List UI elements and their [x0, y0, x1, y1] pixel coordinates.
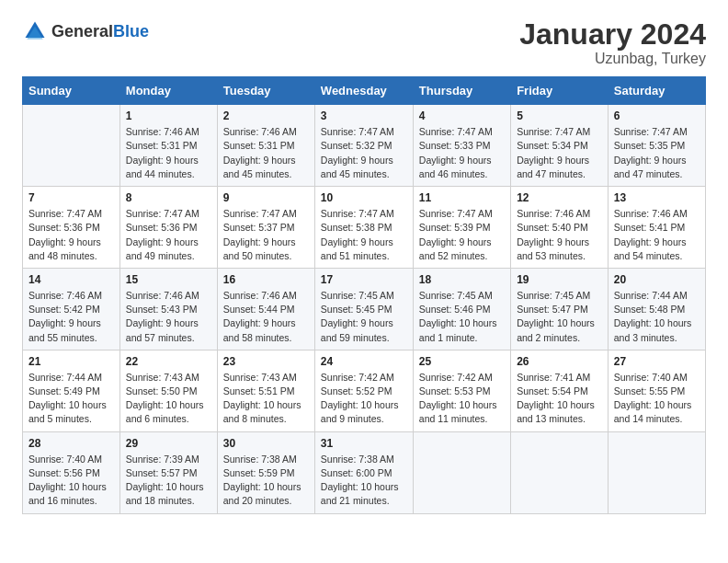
day-info: Sunrise: 7:44 AMSunset: 5:49 PMDaylight:…	[28, 371, 114, 427]
calendar-cell: 16Sunrise: 7:46 AMSunset: 5:44 PMDayligh…	[217, 268, 314, 350]
day-number: 31	[321, 437, 407, 450]
calendar-cell: 25Sunrise: 7:42 AMSunset: 5:53 PMDayligh…	[413, 350, 510, 431]
calendar-cell: 29Sunrise: 7:39 AMSunset: 5:57 PMDayligh…	[119, 431, 217, 513]
title-block: January 2024 Uzunbag, Turkey	[519, 18, 706, 67]
day-info: Sunrise: 7:40 AMSunset: 5:55 PMDaylight:…	[614, 371, 700, 427]
day-info: Sunrise: 7:47 AMSunset: 5:34 PMDaylight:…	[517, 125, 602, 181]
weekday-header-friday: Friday	[511, 77, 609, 105]
calendar-cell: 24Sunrise: 7:42 AMSunset: 5:52 PMDayligh…	[314, 350, 413, 431]
weekday-header-wednesday: Wednesday	[314, 77, 413, 105]
calendar-cell: 17Sunrise: 7:45 AMSunset: 5:45 PMDayligh…	[314, 268, 413, 350]
day-number: 18	[419, 273, 505, 286]
calendar-cell: 22Sunrise: 7:43 AMSunset: 5:50 PMDayligh…	[119, 350, 217, 431]
day-info: Sunrise: 7:46 AMSunset: 5:42 PMDaylight:…	[28, 289, 114, 345]
day-info: Sunrise: 7:46 AMSunset: 5:31 PMDaylight:…	[126, 125, 211, 181]
day-number: 4	[419, 109, 505, 122]
calendar-cell: 9Sunrise: 7:47 AMSunset: 5:37 PMDaylight…	[217, 187, 314, 269]
calendar-cell: 11Sunrise: 7:47 AMSunset: 5:39 PMDayligh…	[413, 187, 510, 269]
logo: GeneralBlue	[22, 18, 149, 44]
calendar-cell	[23, 105, 120, 187]
day-info: Sunrise: 7:43 AMSunset: 5:50 PMDaylight:…	[126, 371, 211, 427]
weekday-header-thursday: Thursday	[413, 77, 510, 105]
logo-icon	[22, 18, 48, 44]
calendar-cell: 4Sunrise: 7:47 AMSunset: 5:33 PMDaylight…	[413, 105, 510, 187]
weekday-header-monday: Monday	[119, 77, 217, 105]
calendar-table: SundayMondayTuesdayWednesdayThursdayFrid…	[22, 76, 706, 513]
calendar-cell	[511, 431, 609, 513]
day-number: 16	[223, 273, 309, 286]
calendar-cell: 23Sunrise: 7:43 AMSunset: 5:51 PMDayligh…	[217, 350, 314, 431]
day-number: 27	[614, 355, 700, 368]
header: GeneralBlue January 2024 Uzunbag, Turkey	[22, 18, 706, 67]
calendar-cell: 8Sunrise: 7:47 AMSunset: 5:36 PMDaylight…	[119, 187, 217, 269]
calendar-cell: 15Sunrise: 7:46 AMSunset: 5:43 PMDayligh…	[119, 268, 217, 350]
calendar-week-row: 14Sunrise: 7:46 AMSunset: 5:42 PMDayligh…	[23, 268, 706, 350]
calendar-cell: 2Sunrise: 7:46 AMSunset: 5:31 PMDaylight…	[217, 105, 314, 187]
day-number: 6	[614, 109, 700, 122]
day-number: 13	[614, 191, 700, 204]
day-info: Sunrise: 7:46 AMSunset: 5:31 PMDaylight:…	[223, 125, 309, 181]
day-info: Sunrise: 7:47 AMSunset: 5:36 PMDaylight:…	[126, 207, 211, 263]
calendar-cell: 6Sunrise: 7:47 AMSunset: 5:35 PMDaylight…	[608, 105, 705, 187]
calendar-week-row: 1Sunrise: 7:46 AMSunset: 5:31 PMDaylight…	[23, 105, 706, 187]
day-info: Sunrise: 7:46 AMSunset: 5:40 PMDaylight:…	[517, 207, 602, 263]
day-number: 21	[28, 355, 114, 368]
day-number: 26	[517, 355, 602, 368]
day-info: Sunrise: 7:47 AMSunset: 5:35 PMDaylight:…	[614, 125, 700, 181]
day-info: Sunrise: 7:47 AMSunset: 5:37 PMDaylight:…	[223, 207, 309, 263]
day-number: 25	[419, 355, 505, 368]
calendar-cell: 14Sunrise: 7:46 AMSunset: 5:42 PMDayligh…	[23, 268, 120, 350]
calendar-cell: 10Sunrise: 7:47 AMSunset: 5:38 PMDayligh…	[314, 187, 413, 269]
calendar-cell: 31Sunrise: 7:38 AMSunset: 6:00 PMDayligh…	[314, 431, 413, 513]
day-number: 11	[419, 191, 505, 204]
logo-text-general: General	[51, 22, 113, 40]
calendar-cell: 5Sunrise: 7:47 AMSunset: 5:34 PMDaylight…	[511, 105, 609, 187]
day-info: Sunrise: 7:38 AMSunset: 5:59 PMDaylight:…	[223, 453, 309, 509]
day-info: Sunrise: 7:38 AMSunset: 6:00 PMDaylight:…	[321, 453, 407, 509]
day-info: Sunrise: 7:44 AMSunset: 5:48 PMDaylight:…	[614, 289, 700, 345]
calendar-cell: 3Sunrise: 7:47 AMSunset: 5:32 PMDaylight…	[314, 105, 413, 187]
calendar-cell: 27Sunrise: 7:40 AMSunset: 5:55 PMDayligh…	[608, 350, 705, 431]
calendar-cell: 13Sunrise: 7:46 AMSunset: 5:41 PMDayligh…	[608, 187, 705, 269]
day-number: 9	[223, 191, 309, 204]
day-number: 28	[28, 437, 114, 450]
day-number: 22	[126, 355, 211, 368]
calendar-cell: 18Sunrise: 7:45 AMSunset: 5:46 PMDayligh…	[413, 268, 510, 350]
day-info: Sunrise: 7:46 AMSunset: 5:41 PMDaylight:…	[614, 207, 700, 263]
day-info: Sunrise: 7:47 AMSunset: 5:39 PMDaylight:…	[419, 207, 505, 263]
day-info: Sunrise: 7:46 AMSunset: 5:44 PMDaylight:…	[223, 289, 309, 345]
weekday-header-sunday: Sunday	[23, 77, 120, 105]
day-number: 15	[126, 273, 211, 286]
day-info: Sunrise: 7:43 AMSunset: 5:51 PMDaylight:…	[223, 371, 309, 427]
day-info: Sunrise: 7:45 AMSunset: 5:45 PMDaylight:…	[321, 289, 407, 345]
calendar-cell: 21Sunrise: 7:44 AMSunset: 5:49 PMDayligh…	[23, 350, 120, 431]
calendar-cell: 12Sunrise: 7:46 AMSunset: 5:40 PMDayligh…	[511, 187, 609, 269]
page-subtitle: Uzunbag, Turkey	[519, 51, 706, 67]
day-number: 12	[517, 191, 602, 204]
day-number: 10	[321, 191, 407, 204]
day-number: 20	[614, 273, 700, 286]
calendar-week-row: 7Sunrise: 7:47 AMSunset: 5:36 PMDaylight…	[23, 187, 706, 269]
weekday-header-row: SundayMondayTuesdayWednesdayThursdayFrid…	[23, 77, 706, 105]
day-number: 17	[321, 273, 407, 286]
calendar-cell: 26Sunrise: 7:41 AMSunset: 5:54 PMDayligh…	[511, 350, 609, 431]
day-number: 23	[223, 355, 309, 368]
calendar-cell: 19Sunrise: 7:45 AMSunset: 5:47 PMDayligh…	[511, 268, 609, 350]
calendar-week-row: 21Sunrise: 7:44 AMSunset: 5:49 PMDayligh…	[23, 350, 706, 431]
day-info: Sunrise: 7:46 AMSunset: 5:43 PMDaylight:…	[126, 289, 211, 345]
logo-text-blue: Blue	[113, 22, 149, 40]
day-info: Sunrise: 7:42 AMSunset: 5:53 PMDaylight:…	[419, 371, 505, 427]
calendar-cell	[608, 431, 705, 513]
day-info: Sunrise: 7:39 AMSunset: 5:57 PMDaylight:…	[126, 453, 211, 509]
day-number: 2	[223, 109, 309, 122]
calendar-cell: 28Sunrise: 7:40 AMSunset: 5:56 PMDayligh…	[23, 431, 120, 513]
page-title: January 2024	[519, 18, 706, 51]
day-info: Sunrise: 7:47 AMSunset: 5:33 PMDaylight:…	[419, 125, 505, 181]
day-info: Sunrise: 7:41 AMSunset: 5:54 PMDaylight:…	[517, 371, 602, 427]
calendar-cell: 20Sunrise: 7:44 AMSunset: 5:48 PMDayligh…	[608, 268, 705, 350]
calendar-cell: 1Sunrise: 7:46 AMSunset: 5:31 PMDaylight…	[119, 105, 217, 187]
day-info: Sunrise: 7:45 AMSunset: 5:46 PMDaylight:…	[419, 289, 505, 345]
day-info: Sunrise: 7:45 AMSunset: 5:47 PMDaylight:…	[517, 289, 602, 345]
calendar-cell: 30Sunrise: 7:38 AMSunset: 5:59 PMDayligh…	[217, 431, 314, 513]
day-number: 14	[28, 273, 114, 286]
